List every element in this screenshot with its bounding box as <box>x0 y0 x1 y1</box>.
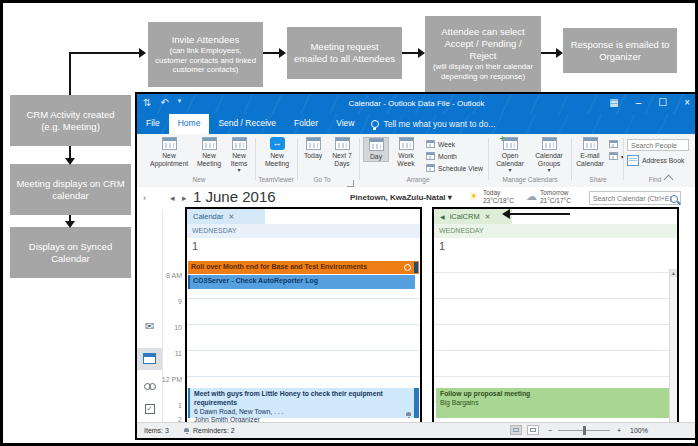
day-view-button[interactable]: Day <box>363 137 389 162</box>
event-rollover[interactable]: Roll over Month end for Base and Test En… <box>188 261 419 274</box>
open-calendar-button[interactable]: + Open Calendar <box>492 137 528 174</box>
tab-send-receive[interactable]: Send / Receive <box>209 114 285 134</box>
weather-today: Today 23°C/18°C <box>483 189 514 206</box>
icalcrm-pane-tab[interactable]: ◀ iCalCRM ✕ <box>434 209 512 224</box>
tasks-nav-icon[interactable]: ✓ <box>137 404 162 414</box>
month-button[interactable]: Month <box>426 152 457 160</box>
next-day-icon[interactable]: ▸ <box>182 193 187 203</box>
overlay-arrow-icon[interactable]: ◀ <box>440 213 445 220</box>
teamviewer-new-meeting-button[interactable]: ↔ New Meeting <box>259 137 295 167</box>
time-label: 12 PM <box>161 376 182 383</box>
calendar-day-icon <box>369 138 384 151</box>
flow-box-crm-created: CRM Activity created (e.g. Meeting) <box>10 95 131 146</box>
schedule-view-icon <box>426 164 435 172</box>
flow-box-detail: (can link Employees, customer contacts a… <box>154 46 257 75</box>
new-appointment-button[interactable]: New Appointment <box>145 137 193 167</box>
open-calendar-icon: + <box>503 137 518 150</box>
address-book-button[interactable]: Address Book <box>627 155 684 166</box>
calendar-icon <box>202 137 217 150</box>
zoom-slider-thumb[interactable] <box>583 426 586 435</box>
event-co3server[interactable]: CO3Server - Check AutoReporter Log <box>188 275 415 289</box>
group-manage-calendars: Manage Calendars <box>488 176 572 183</box>
event-meeting[interactable]: Meet with guys from Little Honey to chec… <box>188 388 419 418</box>
calendar-nav-icon[interactable] <box>137 348 162 370</box>
minimize-button[interactable]: – <box>636 97 642 108</box>
connector-line <box>263 52 279 54</box>
lightbulb-icon <box>371 120 379 128</box>
group-arrange: Arrange <box>363 176 473 183</box>
today-button[interactable]: Today <box>300 137 326 160</box>
reminders-count: Reminders: 2 <box>193 427 235 434</box>
zoom-level[interactable]: 100% <box>630 427 648 434</box>
tab-file[interactable]: File <box>137 114 169 134</box>
tab-folder[interactable]: Folder <box>285 114 327 134</box>
close-button[interactable]: × <box>684 97 690 108</box>
expand-folder-pane-icon[interactable]: › <box>143 193 146 203</box>
status-bar: Items: 3 Reminders: 2 − + 100% <box>137 422 696 438</box>
calendar-groups-button[interactable]: Calendar Groups <box>530 137 568 174</box>
arrowhead <box>139 48 146 58</box>
address-book-icon <box>627 155 639 166</box>
normal-view-button[interactable] <box>510 425 522 435</box>
schedule-view-button[interactable]: Schedule View <box>426 164 483 172</box>
work-week-button[interactable]: Work Week <box>390 137 422 167</box>
people-nav-icon[interactable] <box>137 382 162 393</box>
reading-view-button[interactable] <box>527 425 539 435</box>
week-button[interactable]: Week <box>426 140 455 148</box>
sun-icon: ☀ <box>469 190 479 203</box>
date-number: 1 <box>439 240 445 252</box>
mail-nav-icon[interactable]: ✉ <box>137 320 162 333</box>
busy-indicator <box>414 388 419 418</box>
connector-line <box>69 53 71 95</box>
arrowhead <box>279 48 286 58</box>
new-items-button[interactable]: New Items <box>225 137 253 174</box>
group-share: Share <box>573 176 623 183</box>
email-calendar-button[interactable]: E-mail Calendar <box>574 137 606 167</box>
share-icon-2[interactable]: ▾ <box>609 152 624 160</box>
connector-line <box>402 52 418 54</box>
close-icon[interactable]: ✕ <box>485 213 491 221</box>
tab-home[interactable]: Home <box>169 114 210 134</box>
weather-location[interactable]: Pinetown, KwaZulu-Natal ▾ <box>350 193 452 202</box>
maximize-button[interactable]: ☐ <box>658 97 667 108</box>
close-icon[interactable]: ✕ <box>228 213 234 221</box>
zoom-out-icon[interactable]: − <box>548 427 552 434</box>
arrowhead <box>556 48 563 58</box>
event-followup[interactable]: Follow up proposal meeting Big Bargains <box>436 388 669 418</box>
calendar-icon <box>162 137 177 150</box>
connector-line <box>541 52 556 54</box>
go-to-dialog-launcher[interactable] <box>347 180 354 187</box>
current-date: 1 June 2016 <box>193 188 276 205</box>
calendar-pane-tab[interactable]: Calendar ✕ <box>187 209 265 224</box>
scroll-up-icon[interactable]: ▲ <box>670 269 677 277</box>
next-7-days-button[interactable]: Next 7 Days <box>327 137 357 167</box>
title-bar: ⇅ ↶ ▾ Calendar - Outlook Data File - Out… <box>137 94 696 114</box>
calendar-week-icon <box>426 140 435 148</box>
share-icon-1[interactable] <box>609 140 618 148</box>
connector-line <box>69 146 71 158</box>
previous-day-icon[interactable]: ◂ <box>170 193 175 203</box>
annotation-arrowhead <box>502 209 510 219</box>
calendar-icon <box>232 137 247 150</box>
navigation-rail: ✉ ✓ ••• <box>137 210 163 423</box>
search-icon[interactable] <box>670 195 678 203</box>
tab-view[interactable]: View <box>327 114 363 134</box>
busy-indicator <box>414 262 418 273</box>
reminder-bell-icon <box>406 412 411 416</box>
date-number: 1 <box>192 240 198 252</box>
email-calendar-icon <box>583 137 598 150</box>
new-meeting-button[interactable]: New Meeting <box>194 137 224 167</box>
group-teamviewer: TeamViewer <box>255 176 297 183</box>
ribbon-tab-row: File Home Send / Receive Folder View Tel… <box>137 114 696 134</box>
recurrence-icon <box>404 264 411 271</box>
scrollbar[interactable]: ▲ <box>669 269 677 423</box>
zoom-in-icon[interactable]: + <box>617 427 621 434</box>
search-calendar-input[interactable] <box>589 191 681 205</box>
arrowhead <box>65 158 75 165</box>
tell-me-box[interactable]: Tell me what you want to do... <box>363 114 503 134</box>
time-label: 1 <box>161 402 182 409</box>
search-people-input[interactable] <box>627 139 689 151</box>
ribbon-display-icon[interactable]: ▦ <box>609 97 618 108</box>
arrowhead <box>65 221 75 228</box>
day-header: WEDNESDAY <box>187 224 420 238</box>
